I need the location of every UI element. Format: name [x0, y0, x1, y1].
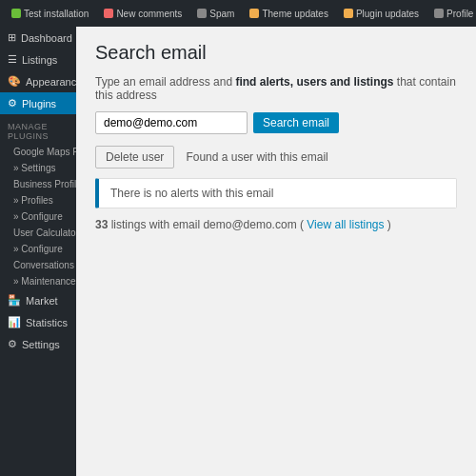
sidebar-item-statistics[interactable]: 📊 Statistics	[0, 311, 76, 333]
sidebar-item-configure-bp[interactable]: » Configure	[0, 208, 76, 225]
view-all-listings-link[interactable]: View all listings	[307, 218, 384, 231]
main-content: Search email Type an email address and f…	[76, 27, 476, 476]
settings-icon: ⚙	[8, 338, 17, 350]
profile-icon	[434, 9, 444, 18]
search-button[interactable]: Search email	[253, 112, 339, 133]
sidebar-item-market[interactable]: 🏪 Market	[0, 289, 76, 311]
sidebar: ⊞ Dashboard ☰ Listings 🎨 Appearance ⚙ Pl…	[0, 27, 76, 476]
search-email-input[interactable]	[95, 111, 248, 134]
manage-plugins-label: Manage plugins	[0, 114, 76, 144]
delete-user-button[interactable]: Delete user	[95, 146, 174, 169]
adminbar-item-comments[interactable]: New comments	[98, 0, 188, 27]
sidebar-item-user-calculator[interactable]: User Calculator Plugin...	[0, 225, 76, 241]
found-user-text: Found a user with this email	[186, 150, 327, 164]
sidebar-item-maintenance[interactable]: » Maintenance	[0, 273, 76, 289]
description-text: Type an email address and find alerts, u…	[95, 75, 457, 102]
listings-icon: ☰	[8, 53, 17, 66]
admin-bar: Test installation New comments Spam Them…	[0, 0, 476, 27]
adminbar-item-theme[interactable]: Theme updates	[244, 0, 334, 27]
sidebar-item-listings[interactable]: ☰ Listings	[0, 49, 76, 70]
listings-text: 33 listings with email demo@demo.com ( V…	[95, 218, 457, 231]
sidebar-item-dashboard[interactable]: ⊞ Dashboard	[0, 27, 76, 49]
dashboard-icon: ⊞	[8, 31, 16, 44]
sidebar-item-configure-uc[interactable]: » Configure	[0, 241, 76, 257]
plugins-icon: ⚙	[8, 97, 17, 109]
adminbar-item-spam[interactable]: Spam	[191, 0, 240, 27]
sidebar-item-plugins[interactable]: ⚙ Plugins	[0, 92, 76, 114]
adminbar-item-profile[interactable]: Profile	[428, 0, 476, 27]
sidebar-item-google-maps[interactable]: Google Maps Plugin	[0, 144, 76, 160]
market-icon: 🏪	[8, 294, 21, 307]
test-icon	[11, 9, 21, 18]
statistics-icon: 📊	[8, 316, 21, 328]
sidebar-item-conversations[interactable]: Conversations	[0, 257, 76, 273]
sidebar-item-settings-gm[interactable]: » Settings	[0, 160, 76, 176]
layout: ⊞ Dashboard ☰ Listings 🎨 Appearance ⚙ Pl…	[0, 27, 476, 476]
plugin-icon	[344, 9, 353, 18]
sidebar-item-business-profile[interactable]: Business Profile Plugin	[0, 176, 76, 192]
theme-icon	[249, 9, 259, 18]
appearance-icon: 🎨	[8, 75, 21, 88]
action-row: Delete user Found a user with this email	[95, 146, 457, 169]
search-row: Search email	[95, 111, 457, 134]
spam-icon	[197, 9, 207, 18]
sidebar-item-settings[interactable]: ⚙ Settings	[0, 333, 76, 355]
sidebar-item-appearance[interactable]: 🎨 Appearance	[0, 70, 76, 92]
adminbar-item-plugins[interactable]: Plugin updates	[338, 0, 425, 27]
comments-icon	[104, 9, 113, 18]
sidebar-item-profiles[interactable]: » Profiles	[0, 192, 76, 208]
adminbar-item-test[interactable]: Test installation	[6, 0, 94, 27]
no-alerts-box: There is no alerts with this email	[95, 178, 457, 208]
page-title: Search email	[95, 42, 457, 64]
